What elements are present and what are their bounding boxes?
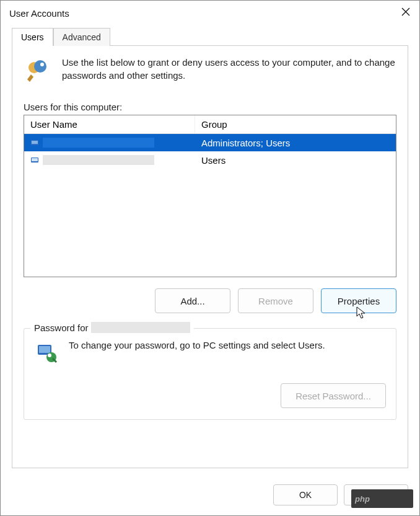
add-button[interactable]: Add... (155, 288, 230, 313)
properties-button[interactable]: Properties (321, 288, 396, 313)
password-key-icon (34, 340, 59, 367)
list-header[interactable]: User Name Group (24, 115, 396, 134)
legend-user-redacted (91, 322, 190, 333)
svg-point-1 (34, 60, 46, 73)
titlebar: User Accounts (1, 1, 419, 24)
username-redacted (43, 155, 154, 165)
users-keys-icon (24, 56, 52, 87)
svg-point-10 (48, 354, 51, 357)
column-group[interactable]: Group (195, 115, 396, 133)
ok-button[interactable]: OK (273, 484, 338, 505)
user-group: Users (195, 153, 396, 167)
svg-rect-4 (32, 141, 38, 144)
column-username[interactable]: User Name (24, 115, 195, 133)
user-row[interactable]: Users (24, 151, 396, 169)
tab-users[interactable]: Users (12, 28, 53, 46)
user-action-buttons: Add... Remove Properties (24, 288, 396, 313)
tab-advanced[interactable]: Advanced (53, 28, 110, 46)
user-icon (30, 138, 39, 147)
username-redacted (43, 138, 154, 148)
cursor-icon (356, 306, 367, 320)
password-text: To change your password, go to PC settin… (69, 340, 325, 350)
password-legend: Password for (30, 322, 194, 333)
window-title: User Accounts (9, 8, 69, 19)
users-tabpanel: Use the list below to grant or deny user… (12, 45, 408, 468)
svg-rect-8 (39, 346, 50, 353)
remove-button[interactable]: Remove (238, 288, 313, 313)
svg-rect-6 (32, 158, 38, 161)
user-group: Administrators; Users (195, 136, 396, 150)
user-icon (30, 156, 39, 164)
users-list-label: Users for this computer: (24, 102, 396, 112)
reset-password-button[interactable]: Reset Password... (281, 383, 386, 408)
close-button[interactable] (391, 7, 411, 20)
dialog-button-row: OK Cancel php (1, 477, 419, 515)
user-accounts-window: User Accounts Users Advanced Use the lis… (0, 0, 420, 516)
svg-point-2 (40, 63, 44, 66)
php-watermark: php (351, 489, 413, 508)
users-listview[interactable]: User Name Group Administrators; Users (24, 115, 396, 277)
tab-strip: Users Advanced (12, 27, 419, 45)
user-row[interactable]: Administrators; Users (24, 134, 396, 151)
intro-text: Use the list below to grant or deny user… (62, 56, 396, 82)
intro-row: Use the list below to grant or deny user… (24, 56, 396, 87)
password-groupbox: Password for To change your password, go… (24, 328, 396, 420)
